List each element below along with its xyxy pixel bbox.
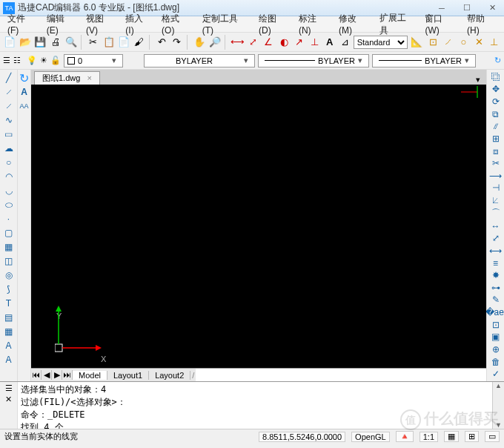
- undo-icon[interactable]: ↶: [155, 35, 169, 50]
- revcloud-tool-icon[interactable]: ☁: [1, 142, 16, 155]
- osnap-int-icon[interactable]: ✕: [472, 35, 486, 50]
- tab-close-icon[interactable]: ×: [87, 73, 91, 82]
- mirror-tool-icon[interactable]: ⧉: [488, 108, 503, 120]
- spline-tool-icon[interactable]: ∿: [1, 113, 16, 127]
- gradient-tool-icon[interactable]: ▤: [1, 311, 16, 324]
- menu-item[interactable]: 编辑(E): [42, 11, 80, 37]
- dim-radius-icon[interactable]: ◐: [277, 35, 291, 50]
- open-icon[interactable]: 📂: [19, 35, 33, 50]
- circle-tool-icon[interactable]: ○: [1, 156, 16, 169]
- command-line[interactable]: 选择集当中的对象：4 过滤(FIL)/<选择对象>： 命令：_DELETE 找到…: [18, 382, 492, 429]
- insert-tool-icon[interactable]: ⊕: [488, 343, 503, 355]
- dtext-tool-icon[interactable]: A: [1, 339, 16, 352]
- sun-icon[interactable]: ☀: [40, 56, 47, 65]
- paste-icon[interactable]: 📄: [117, 35, 131, 50]
- save-icon[interactable]: 💾: [33, 35, 47, 50]
- layer-manager-icon[interactable]: ☰: [3, 56, 10, 65]
- dim-ord-icon[interactable]: ⊥: [308, 35, 322, 50]
- osnap-perp-icon[interactable]: ⊥: [487, 35, 501, 50]
- print-icon[interactable]: 🖨: [49, 35, 63, 50]
- rect-tool-icon[interactable]: ▭: [1, 128, 16, 141]
- menu-item[interactable]: 文件(F): [3, 11, 41, 37]
- lengthen-tool-icon[interactable]: ⟷: [488, 245, 503, 257]
- osnap-end-icon[interactable]: ⊡: [426, 35, 440, 50]
- menu-item[interactable]: 定制工具(T): [198, 11, 253, 37]
- status-toggle-3[interactable]: ▭: [485, 431, 500, 442]
- document-tab[interactable]: 图纸1.dwg ×: [34, 71, 100, 85]
- dim-style-icon[interactable]: ⊿: [338, 35, 352, 50]
- purge-tool-icon[interactable]: 🗑: [488, 356, 503, 368]
- cut-icon[interactable]: ✂: [87, 35, 101, 50]
- break-tool-icon[interactable]: ⊣: [488, 182, 503, 194]
- group-tool-icon[interactable]: ⊡: [488, 319, 503, 331]
- dot-tool-icon[interactable]: ·: [1, 212, 16, 225]
- menu-item[interactable]: 标注(N): [294, 11, 333, 37]
- ellipse-tool-icon[interactable]: ⬭: [1, 198, 16, 211]
- stretch-tool-icon[interactable]: ↔: [488, 220, 503, 232]
- polyline-tool-icon[interactable]: ⟋: [1, 99, 16, 113]
- layout-tab[interactable]: Layout1: [107, 371, 149, 380]
- command-scrollbar[interactable]: ▲▼: [492, 382, 504, 429]
- pline2-tool-icon[interactable]: ⟆: [1, 283, 16, 296]
- mtext2-tool-icon[interactable]: A: [1, 353, 16, 366]
- annotation-scale-icon[interactable]: 🔺: [396, 431, 414, 442]
- osnap-mid-icon[interactable]: ⟋: [442, 35, 456, 50]
- chamfer-tool-icon[interactable]: ⟀: [488, 194, 503, 206]
- refresh-icon[interactable]: ↻: [494, 56, 501, 65]
- table-tool-icon[interactable]: ▦: [1, 325, 16, 338]
- xref-tool-icon[interactable]: ⧈: [488, 145, 503, 157]
- pedit-tool-icon[interactable]: �ael: [488, 306, 503, 318]
- explode-tool-icon[interactable]: ✸: [488, 269, 503, 281]
- preview-icon[interactable]: 🔍: [64, 35, 78, 50]
- scale-display[interactable]: 1:1: [420, 432, 438, 442]
- pan-icon[interactable]: ✋: [193, 35, 207, 50]
- layer-dropdown[interactable]: 0 ▾: [64, 54, 123, 67]
- status-toggle-1[interactable]: ▦: [444, 431, 459, 442]
- text-aa-icon[interactable]: AA: [17, 99, 32, 113]
- cmd-clear-icon[interactable]: ✕: [5, 395, 12, 404]
- align-tool-icon[interactable]: ≡: [488, 257, 503, 269]
- join-tool-icon[interactable]: ⊶: [488, 282, 503, 294]
- menu-item[interactable]: 帮助(H): [462, 11, 501, 37]
- line-tool-icon[interactable]: ╱: [1, 71, 16, 85]
- copy-icon[interactable]: 📋: [102, 35, 116, 50]
- xline-tool-icon[interactable]: ⟋: [1, 85, 16, 99]
- menu-item[interactable]: 窗口(W): [420, 11, 461, 37]
- layout-tab[interactable]: Layout2: [149, 371, 190, 380]
- layout-nav-prev[interactable]: ◀: [42, 370, 52, 380]
- fillet-tool-icon[interactable]: ⌒: [488, 207, 503, 220]
- undo-arrow-icon[interactable]: ↻: [17, 71, 32, 85]
- extend-tool-icon[interactable]: ⟶: [488, 170, 503, 182]
- block-tool-icon[interactable]: ▣: [488, 332, 503, 343]
- rect2-tool-icon[interactable]: ▢: [1, 226, 16, 240]
- scale-tool-icon[interactable]: ⤢: [488, 233, 503, 245]
- audit-tool-icon[interactable]: ✓: [488, 368, 503, 380]
- style-dropdown[interactable]: Standard: [354, 36, 408, 49]
- layout-tab[interactable]: Model: [73, 371, 107, 380]
- new-icon[interactable]: 📄: [3, 35, 17, 50]
- dim-leader-icon[interactable]: ↗: [292, 35, 306, 50]
- copy-tool-icon[interactable]: ⿻: [488, 71, 503, 83]
- menu-item[interactable]: 插入(I): [121, 11, 156, 37]
- lightbulb-icon[interactable]: 💡: [27, 56, 37, 65]
- dim-aligned-icon[interactable]: ⤢: [247, 35, 261, 50]
- menu-item[interactable]: 绘图(D): [254, 11, 293, 37]
- lineweight-dropdown[interactable]: BYLAYER▾: [372, 54, 476, 67]
- rotate-tool-icon[interactable]: ⟳: [488, 96, 503, 108]
- offset-tool-icon[interactable]: ⫽: [488, 121, 503, 133]
- hatch-tool-icon[interactable]: ▦: [1, 240, 16, 254]
- layout-nav-last[interactable]: ⏭: [62, 370, 73, 380]
- region-tool-icon[interactable]: ◫: [1, 254, 16, 268]
- arc2-tool-icon[interactable]: ◡: [1, 184, 16, 197]
- linetype-dropdown[interactable]: BYLAYER▾: [258, 54, 369, 67]
- text-a-icon[interactable]: A: [17, 85, 32, 99]
- text-style-icon[interactable]: A: [322, 35, 336, 50]
- lock-icon[interactable]: 🔓: [50, 56, 61, 65]
- matchprop-icon[interactable]: 🖌: [132, 35, 146, 50]
- array-tool-icon[interactable]: ⊞: [488, 133, 503, 145]
- status-toggle-2[interactable]: ⊞: [465, 431, 479, 442]
- dim-linear-icon[interactable]: ⟷: [231, 35, 245, 50]
- osnap-cen-icon[interactable]: ○: [457, 35, 471, 50]
- dim-edit-icon[interactable]: 📐: [409, 35, 423, 50]
- menu-item[interactable]: 格式(O): [157, 11, 196, 37]
